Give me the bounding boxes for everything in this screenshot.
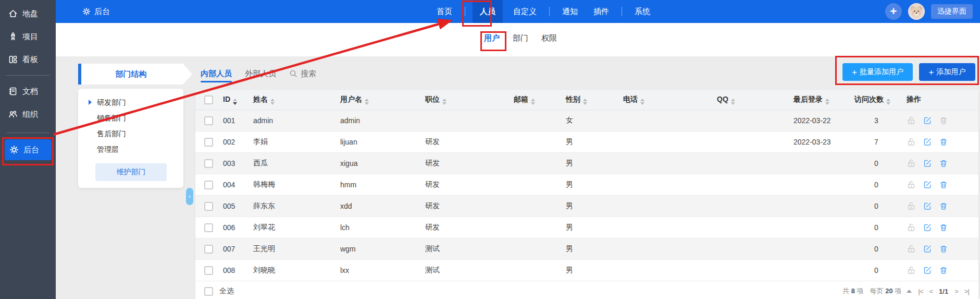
sort-icon[interactable]: [731, 99, 735, 105]
tab-internal-staff[interactable]: 内部人员: [201, 66, 232, 81]
next-page-icon[interactable]: >: [954, 288, 958, 295]
sort-icon[interactable]: [442, 99, 446, 105]
col-username[interactable]: 用户名: [336, 90, 421, 110]
sort-icon[interactable]: [233, 99, 237, 105]
trash-icon[interactable]: [939, 180, 948, 189]
per-page-caret-icon[interactable]: [907, 290, 912, 293]
search-icon: [289, 69, 297, 78]
col-id[interactable]: ID: [219, 90, 249, 110]
lock-icon[interactable]: [907, 180, 916, 189]
trash-icon[interactable]: [939, 266, 948, 275]
nav-item-plugin[interactable]: 插件: [588, 0, 614, 23]
nav-item-notice[interactable]: 通知: [557, 0, 583, 23]
sort-icon[interactable]: [365, 99, 369, 105]
dept-item-management[interactable]: 管理层: [78, 141, 183, 157]
tab-permissions[interactable]: 权限: [541, 31, 557, 45]
nav-item-system[interactable]: 系统: [629, 0, 655, 23]
table-row[interactable]: 004 韩梅梅 hmm 研发 男 0: [195, 174, 978, 196]
tab-departments[interactable]: 部门: [513, 31, 528, 45]
brand-button[interactable]: 迅捷界面: [931, 4, 973, 19]
col-visits[interactable]: 访问次数: [850, 90, 902, 110]
lock-icon[interactable]: [907, 223, 916, 232]
dept-item-sales[interactable]: 销售部门: [78, 110, 183, 126]
avatar[interactable]: [908, 3, 925, 20]
trash-icon[interactable]: [939, 137, 948, 147]
col-gender[interactable]: 性别: [562, 90, 619, 110]
search-control[interactable]: 搜索: [289, 69, 316, 79]
table-row[interactable]: 007 王光明 wgm 测试 男 0: [195, 238, 978, 260]
select-all-checkbox-header[interactable]: [204, 95, 213, 104]
table-row[interactable]: 001 admin admin 女 2022-03-22 3: [195, 110, 978, 131]
sort-icon[interactable]: [531, 99, 535, 105]
trash-icon[interactable]: [939, 244, 948, 254]
first-page-icon[interactable]: |<: [918, 288, 923, 295]
edit-icon[interactable]: [923, 266, 932, 275]
row-checkbox[interactable]: [204, 138, 213, 147]
sort-icon[interactable]: [270, 99, 275, 105]
maintain-department-button[interactable]: 维护部门: [95, 163, 167, 181]
sidebar-item-organization[interactable]: 组织: [0, 103, 56, 126]
sidebar-item-territory[interactable]: 地盘: [0, 2, 56, 25]
col-position[interactable]: 职位: [421, 90, 510, 110]
row-checkbox[interactable]: [204, 202, 213, 211]
lock-icon[interactable]: [907, 116, 916, 125]
row-checkbox[interactable]: [204, 266, 213, 275]
table-row[interactable]: 008 刘晓晓 lxx 测试 男 0: [195, 260, 978, 281]
col-name[interactable]: 姓名: [249, 90, 336, 110]
row-checkbox[interactable]: [204, 159, 213, 168]
sort-icon[interactable]: [583, 99, 587, 105]
trash-icon[interactable]: [939, 201, 948, 211]
per-page[interactable]: 每页 20 项: [870, 286, 902, 296]
col-email[interactable]: 邮箱: [510, 90, 562, 110]
nav-item-people[interactable]: 人员: [473, 0, 503, 23]
cell-position: 测试: [421, 260, 510, 281]
sort-icon[interactable]: [886, 99, 890, 105]
row-checkbox[interactable]: [204, 245, 213, 254]
row-checkbox[interactable]: [204, 116, 213, 125]
trash-icon[interactable]: [939, 159, 948, 168]
col-phone[interactable]: 电话: [619, 90, 713, 110]
sidebar-item-document[interactable]: 文档: [0, 80, 56, 103]
col-qq[interactable]: QQ: [713, 90, 789, 110]
dept-item-rd[interactable]: 研发部门: [78, 94, 183, 110]
nav-item-home[interactable]: 首页: [431, 0, 457, 23]
add-user-button[interactable]: + 添加用户: [919, 63, 975, 81]
last-page-icon[interactable]: >|: [964, 288, 969, 295]
prev-page-icon[interactable]: <: [929, 288, 933, 295]
edit-icon[interactable]: [923, 223, 932, 232]
nav-item-custom[interactable]: 自定义: [508, 0, 542, 23]
tab-external-staff[interactable]: 外部人员: [245, 66, 276, 81]
trash-icon[interactable]: [939, 116, 948, 125]
select-all-checkbox[interactable]: [204, 287, 213, 296]
batch-add-user-button[interactable]: + 批量添加用户: [842, 63, 913, 81]
add-circle-button[interactable]: +: [885, 3, 902, 20]
sort-icon[interactable]: [640, 99, 644, 105]
sidebar-item-project[interactable]: 项目: [0, 25, 56, 48]
edit-icon[interactable]: [923, 180, 932, 189]
edit-icon[interactable]: [923, 244, 932, 254]
lock-icon[interactable]: [907, 137, 916, 147]
lock-icon[interactable]: [907, 244, 916, 254]
table-row[interactable]: 002 李娟 lijuan 研发 男 2022-03-23 7: [195, 131, 978, 153]
edit-icon[interactable]: [923, 159, 932, 168]
edit-icon[interactable]: [923, 201, 932, 211]
lock-icon[interactable]: [907, 266, 916, 275]
tab-users[interactable]: 用户: [484, 31, 500, 45]
edit-icon[interactable]: [923, 137, 932, 147]
row-checkbox[interactable]: [204, 181, 213, 189]
table-row[interactable]: 003 西瓜 xigua 研发 男 0: [195, 153, 978, 174]
lock-icon[interactable]: [907, 201, 916, 211]
trash-icon[interactable]: [939, 223, 948, 232]
panel-collapse-handle[interactable]: ‹: [186, 188, 193, 205]
sort-icon[interactable]: [825, 99, 829, 105]
table-row[interactable]: 006 刘翠花 lch 研发 男 0: [195, 217, 978, 238]
table-row[interactable]: 005 薛东东 xdd 研发 男 0: [195, 196, 978, 217]
dept-item-aftersale[interactable]: 售后部门: [78, 126, 183, 141]
cell-name: 刘晓晓: [249, 260, 336, 281]
row-checkbox[interactable]: [204, 223, 213, 232]
sidebar-item-kanban[interactable]: 看板: [0, 48, 56, 71]
edit-icon[interactable]: [923, 116, 932, 125]
col-last-login[interactable]: 最后登录: [789, 90, 850, 110]
sidebar-item-backend[interactable]: 后台: [5, 139, 52, 160]
lock-icon[interactable]: [907, 159, 916, 168]
